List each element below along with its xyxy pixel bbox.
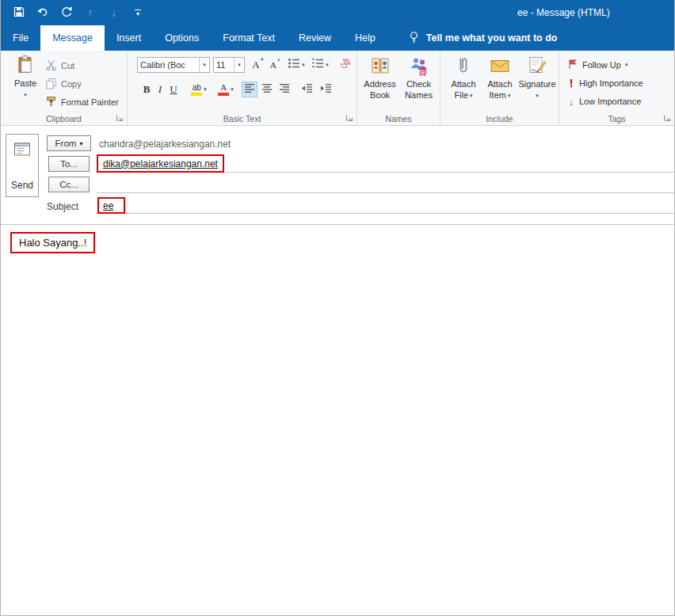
- font-color-button[interactable]: A ▾: [215, 82, 237, 97]
- envelope-icon: [490, 55, 510, 78]
- format-painter-button[interactable]: Format Painter: [45, 94, 119, 110]
- align-center-icon: [261, 82, 273, 97]
- text-highlight-button[interactable]: ab ▾: [188, 82, 210, 97]
- to-field-value[interactable]: dika@pelajarkesiangan.net: [103, 158, 218, 169]
- move-up-button[interactable]: ↑: [78, 2, 102, 23]
- bold-button[interactable]: B: [140, 82, 153, 97]
- scissors-icon: [45, 59, 57, 73]
- signature-button[interactable]: Signature ▾: [518, 55, 556, 101]
- save-button[interactable]: [7, 2, 31, 23]
- ribbon: Paste ▾ Cut Copy Format Painter Clipboar…: [1, 51, 674, 126]
- chevron-down-icon: ▾: [199, 58, 209, 72]
- undo-button[interactable]: [31, 2, 55, 23]
- font-name-select[interactable]: Calibri (Boc ▾: [137, 57, 210, 73]
- copy-button[interactable]: Copy: [45, 76, 82, 92]
- grow-font-button[interactable]: A▲: [248, 57, 264, 73]
- paste-label: Paste: [14, 78, 36, 89]
- font-color-icon: A: [218, 83, 229, 96]
- customize-toolbar-button[interactable]: ▾: [126, 2, 150, 23]
- ribbon-group-basic-text: Calibri (Boc ▾ 11 ▾ A▲ A▼ ▾ ▾: [128, 51, 357, 125]
- high-importance-button[interactable]: ! High Importance: [567, 75, 643, 91]
- check-names-icon: @: [409, 55, 429, 78]
- dialog-launcher-icon[interactable]: [114, 112, 124, 123]
- check-names-button[interactable]: @ Check Names: [401, 55, 437, 101]
- dialog-launcher-icon[interactable]: [344, 112, 354, 123]
- cut-label: Cut: [61, 61, 74, 70]
- numbering-button[interactable]: ▾: [310, 57, 330, 73]
- attach-file-label-1: Attach: [451, 79, 475, 89]
- body-text: Halo Sayang..!: [19, 237, 86, 249]
- chevron-down-icon: ▾: [625, 62, 628, 68]
- align-left-button[interactable]: [242, 82, 257, 97]
- chevron-down-icon: ▾: [231, 86, 234, 93]
- redo-icon: [60, 6, 73, 21]
- tab-file[interactable]: File: [1, 25, 40, 51]
- tab-insert[interactable]: Insert: [105, 25, 153, 51]
- message-body-editor[interactable]: Halo Sayang..!: [1, 224, 674, 615]
- cc-button[interactable]: Cc...: [48, 177, 90, 192]
- tellme-box[interactable]: Tell me what you want to do: [408, 25, 558, 51]
- high-importance-label: High Importance: [579, 78, 643, 88]
- italic-button[interactable]: I: [154, 82, 166, 97]
- customize-toolbar-icon: ▾: [135, 10, 141, 16]
- redo-button[interactable]: [55, 2, 78, 23]
- paste-icon: [15, 55, 36, 78]
- cc-button-label: Cc...: [59, 180, 78, 189]
- from-field-value[interactable]: chandra@pelajarkesiangan.net: [99, 139, 231, 150]
- shrink-font-button[interactable]: A▼: [265, 57, 281, 73]
- cc-field[interactable]: [96, 176, 674, 193]
- attach-file-button[interactable]: Attach File▾: [447, 55, 480, 101]
- tab-help[interactable]: Help: [343, 25, 387, 51]
- group-label-include: Include: [440, 114, 559, 124]
- dialog-launcher-icon[interactable]: [662, 112, 672, 123]
- cut-button[interactable]: Cut: [45, 58, 74, 74]
- subject-field-value[interactable]: ee: [103, 200, 113, 211]
- decrease-indent-button[interactable]: [299, 82, 315, 97]
- svg-text:@: @: [419, 68, 427, 76]
- attach-item-label-2: Item: [490, 90, 506, 101]
- tab-options[interactable]: Options: [153, 25, 211, 51]
- quick-access-toolbar: ↑ ↓ ▾: [7, 2, 150, 23]
- underline-button[interactable]: U: [167, 82, 180, 97]
- follow-up-button[interactable]: Follow Up ▾: [567, 57, 627, 73]
- paperclip-icon: [453, 55, 474, 78]
- address-book-button[interactable]: Address Book: [361, 55, 399, 101]
- align-left-icon: [244, 82, 255, 97]
- flag-icon: [567, 59, 578, 71]
- font-size-select[interactable]: 11 ▾: [213, 57, 245, 73]
- clear-formatting-button[interactable]: [335, 57, 353, 73]
- address-book-label-2: Book: [370, 90, 390, 101]
- paste-button[interactable]: Paste ▾: [7, 55, 44, 100]
- low-importance-button[interactable]: ↓ Low Importance: [567, 93, 641, 109]
- send-button[interactable]: Send: [6, 134, 39, 197]
- font-name-value: Calibri (Boc: [138, 60, 199, 70]
- address-book-icon: [370, 55, 391, 78]
- to-button[interactable]: To...: [48, 156, 90, 172]
- tab-format-text[interactable]: Format Text: [211, 25, 287, 51]
- down-arrow-icon: ↓: [112, 6, 117, 19]
- decrease-indent-icon: [301, 82, 313, 97]
- tab-message[interactable]: Message: [40, 25, 105, 51]
- from-button[interactable]: From ▾: [47, 135, 91, 151]
- align-center-button[interactable]: [259, 82, 275, 97]
- attach-item-button[interactable]: Attach Item▾: [483, 55, 517, 101]
- undo-icon: [36, 6, 49, 21]
- tab-review[interactable]: Review: [287, 25, 343, 51]
- annotation-body-highlight: Halo Sayang..!: [10, 232, 95, 253]
- chevron-down-icon: ▾: [326, 62, 329, 68]
- grow-font-icon: A▲: [252, 59, 259, 71]
- align-right-button[interactable]: [276, 82, 292, 97]
- bullets-button[interactable]: ▾: [286, 57, 307, 73]
- increase-indent-button[interactable]: [318, 82, 334, 97]
- from-button-label: From: [55, 139, 77, 148]
- subject-label: Subject: [47, 201, 78, 212]
- subject-field[interactable]: [96, 196, 674, 214]
- ribbon-group-names: Address Book @ Check Names Names: [357, 51, 440, 125]
- highlight-icon: ab: [191, 83, 202, 96]
- move-down-button[interactable]: ↓: [102, 2, 126, 23]
- annotation-to-highlight: dika@pelajarkesiangan.net: [97, 154, 224, 173]
- low-importance-label: Low Importance: [579, 97, 641, 106]
- address-book-label-1: Address: [364, 79, 395, 89]
- ribbon-group-tags: Follow Up ▾ ! High Importance ↓ Low Impo…: [559, 51, 674, 125]
- follow-up-label: Follow Up: [582, 60, 621, 70]
